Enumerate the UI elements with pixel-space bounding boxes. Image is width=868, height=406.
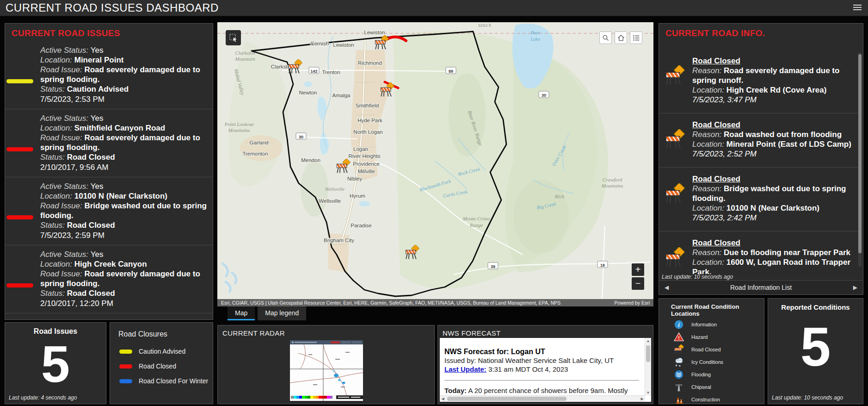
svg-text:39: 39 (491, 264, 495, 269)
map-label: Brigham City (324, 237, 354, 243)
tab-map-legend[interactable]: Map legend (258, 306, 306, 320)
current-road-info-panel: CURRENT ROAD INFO. Road ClosedReason: Ro… (659, 23, 863, 295)
map-canvas[interactable]: CornishLewistonLewistonClarkstonTrentonR… (217, 22, 653, 299)
footer-prev-icon[interactable]: ◀ (665, 284, 669, 291)
highway-shield: 89 (446, 67, 456, 74)
map-label: Newton (299, 90, 317, 95)
entry-status-title: Road Closed (692, 238, 854, 248)
home-icon[interactable] (615, 31, 627, 44)
road-info-entry[interactable]: Road ClosedReason: Road washed out from … (659, 113, 858, 168)
svg-text:30: 30 (299, 135, 303, 139)
barricade-icon (665, 183, 685, 204)
condition-legend-item: Road Closed (659, 343, 764, 356)
map-label: Point Lookout (224, 121, 254, 127)
road-closure-legend-item: Caution Advised (119, 348, 213, 355)
road-issues-count-last-update: Last update: 4 seconds ago (9, 394, 77, 401)
menu-icon[interactable] (853, 5, 862, 11)
condition-legend-label: Chipseal (691, 384, 711, 390)
nws-hscroll-thumb[interactable] (447, 397, 566, 401)
tab-map[interactable]: Map (228, 306, 255, 320)
svg-text:142: 142 (310, 69, 317, 74)
entry-status-title: Road Closed (692, 56, 854, 66)
map-label: Mendon (301, 157, 320, 163)
attribution-text: Esri, CGIAR, USGS | Utah Geospatial Reso… (221, 300, 560, 306)
issue-timestamp: 2/10/2017, 12:20 PM (40, 299, 207, 308)
zoom-in-button[interactable]: + (632, 263, 644, 276)
map-label: Lake (530, 37, 541, 42)
map-label: Garland (250, 140, 269, 145)
info-scrollbar-thumb[interactable] (858, 54, 862, 253)
road-issue-item[interactable]: Active Status: YesLocation: Mineral Poin… (5, 41, 213, 109)
road-issue-item[interactable]: Active Status: YesLocation: 1600 W (Loga… (5, 313, 213, 320)
map-label: Mountain (235, 56, 255, 62)
map-label: Paradise (351, 223, 371, 228)
scroll-right-icon[interactable]: ▶ (639, 396, 645, 402)
reported-conditions-panel: Reported Conditions 5 Last update: 10 se… (768, 298, 863, 404)
nws-heading: NWS Forecast for: Logan UT (444, 347, 639, 356)
entry-status-title: Road Closed (692, 120, 854, 130)
road-info-entry[interactable]: Road ClosedReason: Bridge washed out due… (659, 168, 858, 231)
nws-vscroll-thumb[interactable] (646, 345, 650, 362)
condition-legend-label: Icy Conditions (691, 359, 723, 365)
condition-legend-item: Icy Conditions (659, 356, 764, 368)
footer-label: Road Information List (730, 284, 792, 291)
svg-text:89: 89 (449, 69, 453, 74)
nws-vertical-scrollbar[interactable]: ▲ ▼ (645, 338, 651, 396)
issue-severity-indicator (6, 147, 33, 151)
barricade-icon (665, 247, 685, 268)
map-label: Clarkston (235, 50, 255, 56)
road-closures-legend-rows: Caution AdvisedRoad ClosedRoad Closed Fo… (110, 348, 213, 385)
zoom-out-button[interactable]: − (632, 277, 644, 290)
road-info-entry[interactable]: Road ClosedReason: Road severely damaged… (659, 50, 858, 113)
map-label: Providence (353, 161, 380, 167)
road-issue-item[interactable]: Active Status: YesLocation: 10100 N (Nea… (5, 177, 213, 245)
svg-text:16: 16 (600, 263, 605, 268)
map-label: Hyde Park (357, 118, 382, 123)
search-icon[interactable] (599, 31, 612, 44)
condition-locations-title: Current Road Condition Locations (659, 299, 764, 318)
legend-color-chip (119, 379, 132, 383)
map-label: Hyrum (350, 193, 365, 199)
nws-forecast-content[interactable]: NWS Forecast for: Logan UT Issued by: Na… (440, 338, 651, 402)
reported-conditions-title: Reported Conditions (768, 299, 863, 311)
road-information-list-footer[interactable]: ◀ Road Information List ▶ (659, 280, 863, 294)
radar-image[interactable] (290, 340, 363, 401)
map-label: Rich (554, 194, 565, 199)
selection-tool-button[interactable] (226, 30, 241, 45)
map-label: Monte Cristo (462, 216, 490, 221)
map-tab-bar: MapMap legend (217, 306, 653, 320)
map-label: Wellsville (319, 198, 341, 204)
map-label: Range (469, 222, 483, 228)
legend-label: Road Closed For Winter (139, 377, 208, 385)
map-label: Tremonton (242, 151, 268, 156)
layer-list-icon[interactable] (630, 31, 642, 44)
entry-timestamp: 7/5/2023, 2:52 PM (692, 149, 854, 159)
road-closures-legend-panel: Road Closures Caution AdvisedRoad Closed… (110, 322, 213, 404)
footer-next-icon[interactable]: ▶ (853, 284, 857, 291)
hazard-icon: ! (674, 332, 684, 342)
map-label: Lewiston (333, 42, 354, 48)
nws-last-update-value: 3:31 am MDT Oct 4, 2023 (486, 365, 568, 373)
condition-locations-rows: iInformation!HazardRoad ClosedIcy Condit… (659, 318, 764, 404)
condition-legend-label: Hazard (691, 334, 708, 340)
issue-timestamp: 7/5/2023, 2:53 PM (40, 94, 207, 104)
road-info-entry[interactable]: Road ClosedReason: Due to flooding near … (659, 231, 858, 274)
road-issue-item[interactable]: Active Status: YesLocation: High Creek C… (5, 245, 213, 313)
map-attribution: Esri, CGIAR, USGS | Utah Geospatial Reso… (217, 299, 653, 306)
flooding-icon (674, 369, 684, 380)
highway-shield: 30 (296, 133, 306, 139)
scroll-down-icon[interactable]: ▼ (645, 390, 651, 396)
scroll-up-icon[interactable]: ▲ (645, 338, 651, 344)
road-issue-item[interactable]: Active Status: YesLocation: Smithfield C… (5, 109, 213, 177)
information-icon: i (674, 319, 684, 330)
road-closures-legend-title: Road Closures (110, 323, 213, 340)
nws-horizontal-scrollbar[interactable]: ◀ ▶ (440, 395, 645, 402)
nws-last-update-link[interactable]: Last Update: (444, 365, 486, 373)
map-panel[interactable]: CornishLewistonLewistonClarkstonTrentonR… (217, 22, 653, 306)
svg-text:i: i (678, 321, 680, 328)
road-closure-legend-item: Road Closed For Winter (119, 377, 213, 385)
map-label: Mountains (601, 183, 623, 188)
scroll-left-icon[interactable]: ◀ (440, 396, 446, 402)
map-label: Smithfield (356, 103, 379, 108)
map-label: Crawford (603, 177, 622, 182)
